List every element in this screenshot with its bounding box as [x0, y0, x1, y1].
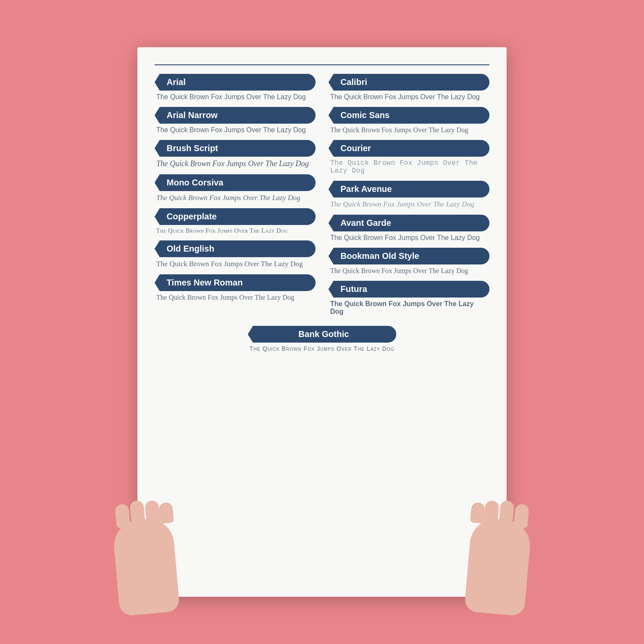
font-label-comic-sans: Comic Sans: [328, 107, 489, 124]
finger: [470, 502, 486, 524]
font-sample-comic-sans: The Quick Brown Fox Jumps Over The Lazy …: [328, 126, 489, 134]
font-label-copperplate: Copperplate: [155, 208, 316, 225]
finger: [145, 500, 161, 526]
hand-right: [464, 517, 532, 616]
font-sample-bookman: The Quick Brown Fox Jumps Over The Lazy …: [328, 267, 489, 275]
font-sample-calibri: The Quick Brown Fox Jumps Over The Lazy …: [328, 93, 489, 101]
font-item-bank-gothic: Bank GothicThe Quick Brown Fox Jumps Ove…: [248, 326, 396, 352]
hand-left: [112, 517, 180, 616]
finger: [513, 504, 529, 529]
font-label-brush-script: Brush Script: [155, 140, 316, 157]
font-label-bank-gothic: Bank Gothic: [248, 326, 396, 343]
font-item-mono-corsiva: Mono CorsivaThe Quick Brown Fox Jumps Ov…: [155, 174, 316, 202]
font-sample-copperplate: The Quick Brown Fox Jumps Over The Lazy …: [155, 228, 316, 234]
font-sample-times: The Quick Brown Fox Jumps Over The Lazy …: [155, 294, 316, 301]
font-sample-courier: The Quick Brown Fox Jumps Over The Lazy …: [328, 159, 489, 175]
title-divider: [155, 64, 489, 65]
font-sample-mono-corsiva: The Quick Brown Fox Jumps Over The Lazy …: [155, 194, 316, 202]
font-label-park-avenue: Park Avenue: [328, 181, 489, 197]
font-label-avant-garde: Avant Garde: [328, 215, 489, 231]
font-label-arial-narrow: Arial Narrow: [155, 107, 316, 124]
font-bottom-center: Bank GothicThe Quick Brown Fox Jumps Ove…: [155, 326, 489, 358]
poster: ArialThe Quick Brown Fox Jumps Over The …: [137, 47, 507, 597]
font-item-calibri: CalibriThe Quick Brown Fox Jumps Over Th…: [328, 74, 489, 101]
fonts-right-column: CalibriThe Quick Brown Fox Jumps Over Th…: [328, 74, 489, 322]
finger: [130, 500, 146, 528]
font-label-futura: Futura: [328, 281, 489, 298]
font-label-arial: Arial: [155, 74, 316, 91]
font-label-mono-corsiva: Mono Corsiva: [155, 174, 316, 191]
font-sample-bank-gothic: The Quick Brown Fox Jumps Over The Lazy …: [248, 345, 396, 352]
font-item-times: Times New RomanThe Quick Brown Fox Jumps…: [155, 274, 316, 301]
fonts-left-column: ArialThe Quick Brown Fox Jumps Over The …: [155, 74, 316, 322]
font-sample-park-avenue: The Quick Brown Fox Jumps Over The Lazy …: [328, 200, 489, 209]
fonts-grid: ArialThe Quick Brown Fox Jumps Over The …: [155, 74, 489, 322]
font-label-old-english: Old English: [155, 240, 316, 257]
font-sample-arial-narrow: The Quick Brown Fox Jumps Over The Lazy …: [155, 126, 316, 134]
font-label-calibri: Calibri: [328, 74, 489, 91]
font-sample-arial: The Quick Brown Fox Jumps Over The Lazy …: [155, 93, 316, 101]
font-label-bookman: Bookman Old Style: [328, 248, 489, 264]
finger: [115, 504, 131, 529]
font-item-courier: CourierThe Quick Brown Fox Jumps Over Th…: [328, 140, 489, 175]
finger: [498, 500, 514, 528]
font-item-copperplate: CopperplateThe Quick Brown Fox Jumps Ove…: [155, 208, 316, 234]
font-sample-brush-script: The Quick Brown Fox Jumps Over The Lazy …: [155, 159, 316, 168]
font-item-comic-sans: Comic SansThe Quick Brown Fox Jumps Over…: [328, 107, 489, 134]
font-item-bookman: Bookman Old StyleThe Quick Brown Fox Jum…: [328, 248, 489, 275]
font-sample-avant-garde: The Quick Brown Fox Jumps Over The Lazy …: [328, 234, 489, 242]
font-label-times: Times New Roman: [155, 274, 316, 291]
font-label-courier: Courier: [328, 140, 489, 157]
font-item-avant-garde: Avant GardeThe Quick Brown Fox Jumps Ove…: [328, 215, 489, 242]
font-item-futura: FuturaThe Quick Brown Fox Jumps Over The…: [328, 281, 489, 316]
font-item-brush-script: Brush ScriptThe Quick Brown Fox Jumps Ov…: [155, 140, 316, 168]
font-item-old-english: Old EnglishThe Quick Brown Fox Jumps Ove…: [155, 240, 316, 268]
font-sample-old-english: The Quick Brown Fox Jumps Over The Lazy …: [155, 260, 316, 268]
font-item-park-avenue: Park AvenueThe Quick Brown Fox Jumps Ove…: [328, 181, 489, 209]
font-item-arial: ArialThe Quick Brown Fox Jumps Over The …: [155, 74, 316, 101]
poster-wrapper: ArialThe Quick Brown Fox Jumps Over The …: [129, 39, 515, 605]
font-sample-futura: The Quick Brown Fox Jumps Over The Lazy …: [328, 300, 489, 316]
font-item-arial-narrow: Arial NarrowThe Quick Brown Fox Jumps Ov…: [155, 107, 316, 134]
finger: [483, 500, 499, 526]
finger: [158, 502, 174, 524]
